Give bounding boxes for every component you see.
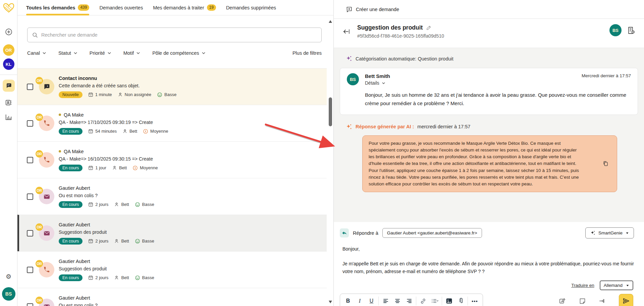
tab-count-badge: 19 <box>207 4 216 10</box>
settings-gear-icon[interactable]: ⚙ <box>6 273 11 280</box>
scroll-up-arrow[interactable] <box>329 20 332 23</box>
status-badge: En cours <box>59 201 83 208</box>
calendar-icon <box>88 92 93 97</box>
list-scrollbar[interactable] <box>328 15 332 306</box>
list-item[interactable]: OR Gautier Aubert Ou est mon colis ? En … <box>17 288 327 306</box>
note-icon[interactable] <box>579 298 586 305</box>
bold-button[interactable]: B <box>342 294 354 306</box>
row-checkbox[interactable] <box>27 120 33 127</box>
status-dot <box>59 114 61 116</box>
request-subtitle: QA - Make=> 16/10/2025 09:30:15 => Creat… <box>59 156 158 162</box>
avatar-or[interactable]: OR <box>3 44 14 56</box>
add-icon[interactable] <box>5 28 12 36</box>
row-checkbox[interactable] <box>27 157 33 163</box>
tab[interactable]: Mes demandes à traiter19 <box>153 0 216 15</box>
scrollbar-thumb[interactable] <box>329 97 332 126</box>
more-filters-link[interactable]: Plus de filtres <box>292 50 322 56</box>
gauge-medium-priority-icon <box>143 129 148 134</box>
priority-meta-medium: Moyenne <box>143 129 168 134</box>
reply-text[interactable]: Bonjour, Je m'appelle Bett et je suis en… <box>342 245 638 275</box>
request-title: Gautier Aubert <box>59 185 90 191</box>
list-item[interactable]: OR Contact inconnu Cette demande a été c… <box>17 68 327 105</box>
request-list: OR Contact inconnu Cette demande a été c… <box>17 68 333 306</box>
channel-avatar: OR <box>39 225 54 241</box>
recipient-chip[interactable]: Gautier Aubert <gautier.aubert@easiware.… <box>382 228 482 238</box>
assignee-meta: Bett <box>112 165 127 170</box>
chevron-down-icon <box>202 51 206 55</box>
channel-avatar: OR <box>39 152 54 168</box>
search-input[interactable] <box>41 32 317 38</box>
smiley-low-priority-icon <box>135 275 140 280</box>
italic-button[interactable]: I <box>354 294 366 306</box>
align-center-button[interactable] <box>391 294 403 306</box>
compose-icon[interactable] <box>559 297 566 305</box>
filter-dropdown[interactable]: Statut <box>58 50 77 56</box>
share-route-icon[interactable] <box>599 297 606 305</box>
history-icon[interactable] <box>627 26 635 35</box>
back-arrow-icon[interactable] <box>342 28 351 36</box>
list-item[interactable]: OR Gautier Aubert Ou est mon colis ? En … <box>17 178 327 215</box>
list-item[interactable]: OR Gautier Aubert Suggestion des produit… <box>17 251 327 288</box>
row-checkbox[interactable] <box>27 230 33 236</box>
ai-response-timestamp: mercredi dernier à 17:57 <box>417 124 470 129</box>
smartgenie-button[interactable]: SmartGenie <box>585 227 634 238</box>
new-request-icon <box>346 6 353 13</box>
translate-link[interactable]: Traduire en <box>571 283 594 288</box>
request-title: Gautier Aubert <box>59 259 90 264</box>
priority-meta-medium: Moyenne <box>132 165 158 171</box>
filter-dropdown[interactable]: Pôle de compétences <box>152 50 205 56</box>
row-checkbox[interactable] <box>27 267 33 273</box>
filter-dropdown[interactable]: Motif <box>123 50 140 56</box>
underline-button[interactable]: U <box>366 294 377 306</box>
filter-dropdown[interactable]: Priorité <box>90 50 111 56</box>
search-box[interactable] <box>27 28 322 42</box>
person-icon <box>118 92 123 97</box>
person-icon <box>114 202 119 207</box>
align-right-button[interactable] <box>403 294 415 306</box>
sidebar-item-contacts[interactable] <box>5 99 12 106</box>
attachment-button[interactable] <box>455 294 467 306</box>
row-checkbox[interactable] <box>27 193 33 200</box>
link-button[interactable] <box>417 294 429 306</box>
row-checkbox[interactable] <box>27 303 33 306</box>
tab[interactable]: Demandes supprimées <box>226 0 276 15</box>
list-item[interactable]: OR QA Make QA - Make=> 16/10/2025 09:30:… <box>17 141 327 178</box>
insert-image-button[interactable] <box>443 294 455 306</box>
filter-dropdown[interactable]: Canal <box>27 50 46 56</box>
tab[interactable]: Toutes les demandes439 <box>26 0 89 15</box>
tab[interactable]: Demandes ouvertes <box>99 0 143 15</box>
sidebar-item-stats[interactable] <box>5 114 12 121</box>
assignee-meta: Bett <box>114 275 129 280</box>
reply-composer: Répondre à Gautier Aubert <gautier.auber… <box>334 222 644 306</box>
org-badge: OR <box>36 114 43 121</box>
send-button[interactable] <box>619 294 633 306</box>
assignee-avatar[interactable]: BS <box>609 24 622 36</box>
edit-pencil-icon[interactable] <box>426 25 432 31</box>
sidebar-item-requests[interactable] <box>3 80 15 92</box>
tab-count-badge: 439 <box>78 4 89 10</box>
row-checkbox[interactable] <box>27 84 33 90</box>
age-meta: 1 jour <box>88 165 106 170</box>
request-subtitle: Suggestion des produit <box>59 229 154 235</box>
language-select[interactable]: Allemand <box>600 280 633 290</box>
scroll-down-arrow[interactable] <box>329 301 332 303</box>
chevron-down-icon <box>136 51 140 55</box>
list-item[interactable]: OR Gautier Aubert Suggestion des produit… <box>17 215 327 251</box>
details-toggle[interactable]: Détails <box>365 80 390 86</box>
copy-icon[interactable] <box>602 161 609 167</box>
contacts-icon <box>5 99 12 106</box>
create-request-button[interactable]: Créer une demande <box>346 6 399 13</box>
channel-avatar: OR <box>39 262 54 277</box>
search-icon <box>32 32 38 38</box>
list-item[interactable]: OR QA Make QA - Make=> 17/10/2025 09:30:… <box>17 105 327 141</box>
avatar-current-user[interactable]: BS <box>2 287 15 301</box>
assignee-meta: Non assignée <box>118 92 152 97</box>
align-left-button[interactable] <box>380 294 391 306</box>
age-meta: 2 jours <box>88 275 108 280</box>
avatar-kl[interactable]: KL <box>3 58 14 70</box>
ai-response-label: Réponse génerée par AI : <box>356 124 414 129</box>
bar-chart-icon <box>5 114 12 121</box>
more-options-button[interactable]: ••• <box>469 294 481 306</box>
chevron-down-icon <box>42 51 46 55</box>
list-button[interactable] <box>429 294 441 306</box>
